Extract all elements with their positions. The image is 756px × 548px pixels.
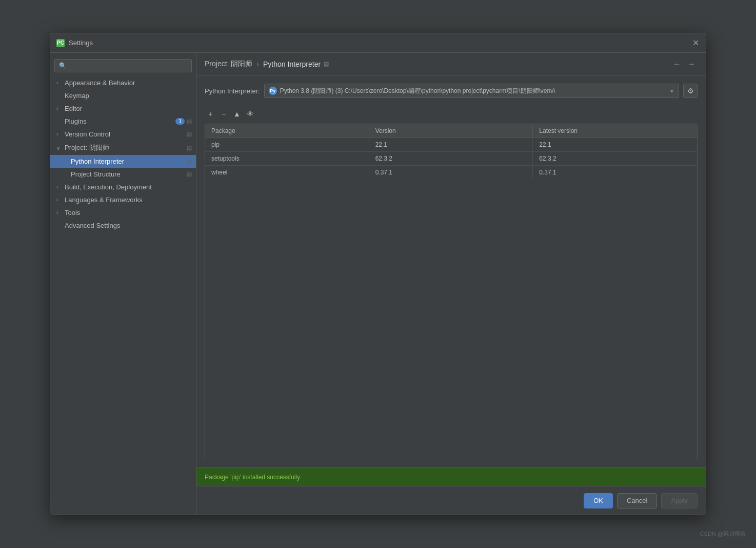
panel-body: Python Interpreter: Py Python 3.8 (阴阳师) … — [196, 75, 706, 467]
search-box[interactable]: 🔍 — [54, 59, 192, 72]
table-body: pip 22.1 22.1 setuptools 62.3.2 62.3.2 w… — [205, 138, 697, 179]
apply-button[interactable]: Apply — [661, 493, 698, 508]
cell-latest: 0.37.1 — [533, 166, 697, 179]
breadcrumb: Project: 阴阳师 › Python Interpreter ▤ — [205, 60, 329, 69]
app-icon: PC — [56, 39, 65, 47]
search-icon: 🔍 — [59, 62, 67, 69]
sidebar-item-label: Languages & Frameworks — [65, 196, 192, 204]
sidebar-item-label: Editor — [65, 105, 192, 112]
sidebar-item-label: Tools — [65, 209, 192, 217]
sidebar-item-label: Version Control — [65, 130, 185, 138]
sidebar-icon: ▤ — [187, 171, 192, 178]
sidebar-item-project-structure[interactable]: Project Structure ▤ — [50, 168, 196, 181]
interpreter-label: Python Interpreter: — [205, 87, 260, 95]
expand-arrow: › — [56, 184, 63, 190]
remove-package-button[interactable]: − — [218, 108, 229, 120]
sidebar-item-keymap[interactable]: Keymap — [50, 89, 196, 102]
up-button[interactable]: ▲ — [231, 108, 243, 120]
add-package-button[interactable]: + — [205, 108, 216, 120]
expand-arrow: ∨ — [56, 145, 63, 151]
interpreter-dropdown[interactable]: Py Python 3.8 (阴阳师) (3) C:\Users\zero\De… — [264, 84, 679, 98]
cell-package: pip — [205, 138, 369, 151]
expand-arrow: › — [56, 106, 63, 111]
breadcrumb-parent[interactable]: Project: 阴阳师 — [205, 60, 252, 69]
sidebar-item-label: Project Structure — [71, 170, 185, 178]
expand-arrow: › — [56, 197, 63, 203]
cell-package: wheel — [205, 166, 369, 179]
dropdown-arrow-icon: ▼ — [669, 88, 674, 94]
sidebar-item-tools[interactable]: › Tools — [50, 206, 196, 219]
col-version: Version — [369, 124, 533, 138]
breadcrumb-page-icon: ▤ — [324, 61, 329, 67]
window-title: Settings — [69, 39, 691, 47]
nav-arrows: ← → — [671, 58, 698, 70]
sidebar-icon: ▤ — [187, 131, 192, 138]
watermark: CSDN @风切雨落 — [700, 530, 746, 538]
sidebar-icon: ▤ — [187, 145, 192, 151]
col-latest: Latest version — [533, 124, 697, 138]
cancel-button[interactable]: Cancel — [617, 493, 657, 508]
sidebar-item-label: Project: 阴阳师 — [65, 143, 185, 152]
table-row[interactable]: setuptools 62.3.2 62.3.2 — [205, 152, 697, 166]
table-header: Package Version Latest version — [205, 124, 697, 138]
show-details-button[interactable]: 👁 — [245, 108, 256, 120]
sidebar-item-label: Appearance & Behavior — [65, 79, 192, 87]
ok-button[interactable]: OK — [584, 493, 613, 508]
col-package: Package — [205, 124, 369, 138]
breadcrumb-current: Python Interpreter — [263, 60, 321, 68]
sidebar-icon: ▤ — [187, 158, 192, 165]
title-bar: PC Settings ✕ — [50, 33, 706, 53]
sidebar-item-plugins[interactable]: Plugins 1 ▤ — [50, 115, 196, 128]
table-row[interactable]: pip 22.1 22.1 — [205, 138, 697, 152]
packages-table: Package Version Latest version pip 22.1 … — [205, 124, 698, 459]
sidebar-item-appearance[interactable]: › Appearance & Behavior — [50, 76, 196, 89]
settings-dialog: PC Settings ✕ 🔍 › Appearance & Behavior … — [50, 33, 706, 515]
expand-arrow: › — [56, 80, 63, 86]
cell-version: 0.37.1 — [369, 166, 533, 179]
status-bar: Package 'pip' installed successfully — [196, 467, 706, 486]
cell-latest: 22.1 — [533, 138, 697, 151]
cell-version: 22.1 — [369, 138, 533, 151]
cell-package: setuptools — [205, 152, 369, 165]
sidebar-icon: ▤ — [187, 118, 192, 125]
sidebar-item-label: Plugins — [65, 118, 173, 125]
expand-arrow: › — [56, 210, 63, 216]
interpreter-value: Python 3.8 (阴阳师) (3) C:\Users\zero\Deskt… — [280, 87, 667, 95]
cell-version: 62.3.2 — [369, 152, 533, 165]
sidebar-item-editor[interactable]: › Editor — [50, 102, 196, 115]
sidebar-item-label: Python Interpreter — [71, 158, 185, 165]
sidebar-item-version-control[interactable]: › Version Control ▤ — [50, 128, 196, 141]
sidebar-item-label: Keymap — [65, 92, 192, 100]
table-row[interactable]: wheel 0.37.1 0.37.1 — [205, 166, 697, 179]
python-icon: Py — [269, 87, 277, 95]
gear-button[interactable]: ⚙ — [683, 84, 698, 98]
status-message: Package 'pip' installed successfully — [205, 474, 300, 481]
right-panel: Project: 阴阳师 › Python Interpreter ▤ ← → … — [196, 53, 706, 515]
sidebar-item-label: Advanced Settings — [65, 222, 192, 229]
sidebar-item-label: Build, Execution, Deployment — [65, 183, 192, 191]
plugins-badge: 1 — [175, 118, 185, 125]
expand-arrow: › — [56, 131, 63, 137]
close-button[interactable]: ✕ — [691, 39, 700, 47]
packages-toolbar: + − ▲ 👁 — [205, 106, 698, 122]
sidebar-item-python-interpreter[interactable]: Python Interpreter ▤ — [50, 155, 196, 168]
sidebar-item-advanced[interactable]: Advanced Settings — [50, 219, 196, 232]
interpreter-row: Python Interpreter: Py Python 3.8 (阴阳师) … — [205, 84, 698, 98]
breadcrumb-separator: › — [256, 60, 259, 68]
sidebar-item-languages[interactable]: › Languages & Frameworks — [50, 193, 196, 206]
sidebar-item-build[interactable]: › Build, Execution, Deployment — [50, 181, 196, 193]
sidebar: 🔍 › Appearance & Behavior Keymap › Edito… — [50, 53, 196, 515]
sidebar-item-project[interactable]: ∨ Project: 阴阳师 ▤ — [50, 141, 196, 155]
nav-forward[interactable]: → — [685, 58, 698, 70]
cell-latest: 62.3.2 — [533, 152, 697, 165]
nav-back[interactable]: ← — [671, 58, 683, 70]
breadcrumb-bar: Project: 阴阳师 › Python Interpreter ▤ ← → — [196, 53, 706, 75]
footer: OK Cancel Apply — [196, 486, 706, 515]
main-content: 🔍 › Appearance & Behavior Keymap › Edito… — [50, 53, 706, 515]
